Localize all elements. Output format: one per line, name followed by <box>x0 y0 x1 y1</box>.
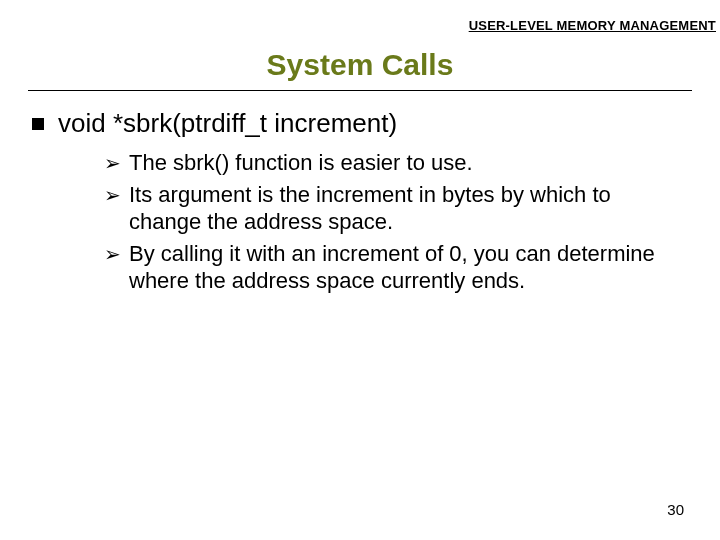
sub-bullet-text: By calling it with an increment of 0, yo… <box>129 240 689 295</box>
sub-bullet-item: ➢ By calling it with an increment of 0, … <box>104 240 692 295</box>
bullet-item-text: void *sbrk(ptrdiff_t increment) <box>58 108 397 139</box>
title-divider <box>28 90 692 91</box>
sub-bullet-list: ➢ The sbrk() function is easier to use. … <box>104 149 692 295</box>
square-bullet-icon <box>32 118 44 130</box>
arrow-bullet-icon: ➢ <box>104 242 121 266</box>
bullet-item: void *sbrk(ptrdiff_t increment) <box>32 108 692 139</box>
arrow-bullet-icon: ➢ <box>104 151 121 175</box>
slide-title: System Calls <box>0 48 720 82</box>
section-header-label: USER-LEVEL MEMORY MANAGEMENT <box>469 18 716 33</box>
content-area: void *sbrk(ptrdiff_t increment) ➢ The sb… <box>32 108 692 299</box>
sub-bullet-text: Its argument is the increment in bytes b… <box>129 181 689 236</box>
sub-bullet-item: ➢ The sbrk() function is easier to use. <box>104 149 692 177</box>
sub-bullet-item: ➢ Its argument is the increment in bytes… <box>104 181 692 236</box>
arrow-bullet-icon: ➢ <box>104 183 121 207</box>
sub-bullet-text: The sbrk() function is easier to use. <box>129 149 473 177</box>
page-number: 30 <box>667 501 684 518</box>
